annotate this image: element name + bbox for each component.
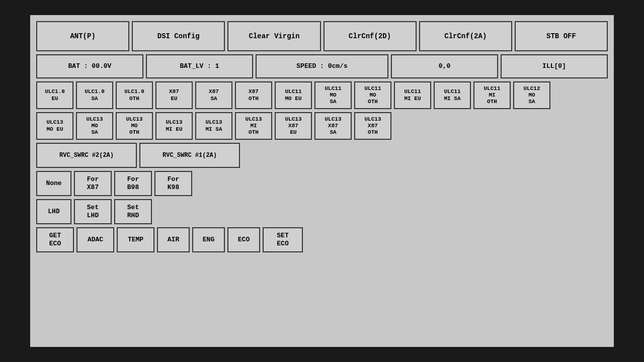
eco-row: GETECO ADAC TEMP AIR ENG ECO SETECO — [36, 227, 608, 252]
ulc11-mi-oth-button[interactable]: ULC11MIOTH — [473, 81, 511, 109]
ulc13-mi-sa-button[interactable]: ULC13MI SA — [195, 112, 232, 140]
for-k98-button[interactable]: ForK98 — [154, 171, 192, 196]
ulc13-mi-eu-button[interactable]: ULC13MI EU — [155, 112, 193, 140]
adac-button[interactable]: ADAC — [76, 227, 114, 252]
ulc11-mi-eu-button[interactable]: ULC11MI EU — [394, 81, 431, 109]
ulc13-x87-oth-button[interactable]: ULC13X87OTH — [354, 112, 391, 140]
eng-button[interactable]: ENG — [192, 227, 225, 252]
ill-display: ILL[0] — [501, 54, 608, 78]
ulc13-x87-eu-button[interactable]: ULC13X87EU — [275, 112, 312, 140]
ulc11-mo-sa-button[interactable]: ULC11MOSA — [314, 81, 352, 109]
ulc11-mi-sa-button[interactable]: ULC11MI SA — [434, 81, 471, 109]
ulc12-mo-sa-button[interactable]: ULC12MOSA — [513, 81, 550, 109]
rvc-swrc2-button[interactable]: RVC_SWRC #2(2A) — [36, 143, 137, 168]
ulc10-eu-button[interactable]: ULC1.0EU — [36, 81, 73, 109]
rvc-row: RVC_SWRC #2(2A) RVC_SWRC #1(2A) — [36, 143, 608, 168]
dsi-config-button[interactable]: DSI Config — [132, 21, 225, 51]
x87-oth-button[interactable]: X87OTH — [235, 81, 272, 109]
main-screen: ANT(P) DSI Config Clear Virgin ClrCnf(2D… — [30, 15, 614, 347]
ulc13-mo-eu-button[interactable]: ULC13MO EU — [36, 112, 73, 140]
clrcnf2a-button[interactable]: ClrCnf(2A) — [419, 21, 512, 51]
ulc-row1: ULC1.0EU ULC1.0SA ULC1.0OTH X87EU X87SA … — [36, 81, 608, 109]
set-eco-button[interactable]: SETECO — [263, 227, 303, 252]
ulc10-sa-button[interactable]: ULC1.0SA — [76, 81, 113, 109]
ulc13-mo-sa-button[interactable]: ULC13MOSA — [76, 112, 113, 140]
bat-voltage-display: BAT : 00.0V — [36, 54, 143, 78]
ulc10-oth-button[interactable]: ULC1.0OTH — [116, 81, 153, 109]
get-eco-button[interactable]: GETECO — [36, 227, 74, 252]
drive-row: None ForX87 ForB98 ForK98 — [36, 171, 608, 196]
for-x87-button[interactable]: ForX87 — [74, 171, 112, 196]
ulc-row2: ULC13MO EU ULC13MOSA ULC13MOOTH ULC13MI … — [36, 112, 608, 140]
ulc13-mo-oth-button[interactable]: ULC13MOOTH — [116, 112, 153, 140]
ulc11-mo-oth-button[interactable]: ULC11MOOTH — [354, 81, 391, 109]
temp-button[interactable]: TEMP — [117, 227, 154, 252]
ant-button[interactable]: ANT(P) — [36, 21, 129, 51]
clear-virgin-button[interactable]: Clear Virgin — [227, 21, 320, 51]
toolbar-row: ANT(P) DSI Config Clear Virgin ClrCnf(2D… — [36, 21, 608, 51]
bat-level-display: BAT_LV : 1 — [146, 54, 253, 78]
lhd-button[interactable]: LHD — [36, 199, 71, 224]
set-rhd-button[interactable]: SetRHD — [114, 199, 152, 224]
for-b98-button[interactable]: ForB98 — [114, 171, 152, 196]
status-row: BAT : 00.0V BAT_LV : 1 SPEED : 0cm/s 0,0… — [36, 54, 608, 78]
stb-off-button[interactable]: STB OFF — [515, 21, 608, 51]
ulc11-mo-eu-button[interactable]: ULC11MO EU — [275, 81, 312, 109]
ulc13-x87-sa-button[interactable]: ULC13X87SA — [314, 112, 352, 140]
ulc13-mi-oth-button[interactable]: ULC13MIOTH — [235, 112, 272, 140]
x87-eu-button[interactable]: X87EU — [155, 81, 193, 109]
rvc-swrc1-button[interactable]: RVC_SWRC #1(2A) — [139, 143, 240, 168]
eco-button[interactable]: ECO — [227, 227, 260, 252]
clrcnf2d-button[interactable]: ClrCnf(2D) — [324, 21, 417, 51]
air-button[interactable]: AIR — [157, 227, 190, 252]
set-lhd-button[interactable]: SetLHD — [74, 199, 112, 224]
coord-display: 0,0 — [391, 54, 498, 78]
none-button[interactable]: None — [36, 171, 71, 196]
hand-row: LHD SetLHD SetRHD — [36, 199, 608, 224]
x87-sa-button[interactable]: X87SA — [195, 81, 232, 109]
speed-display: SPEED : 0cm/s — [256, 54, 388, 78]
